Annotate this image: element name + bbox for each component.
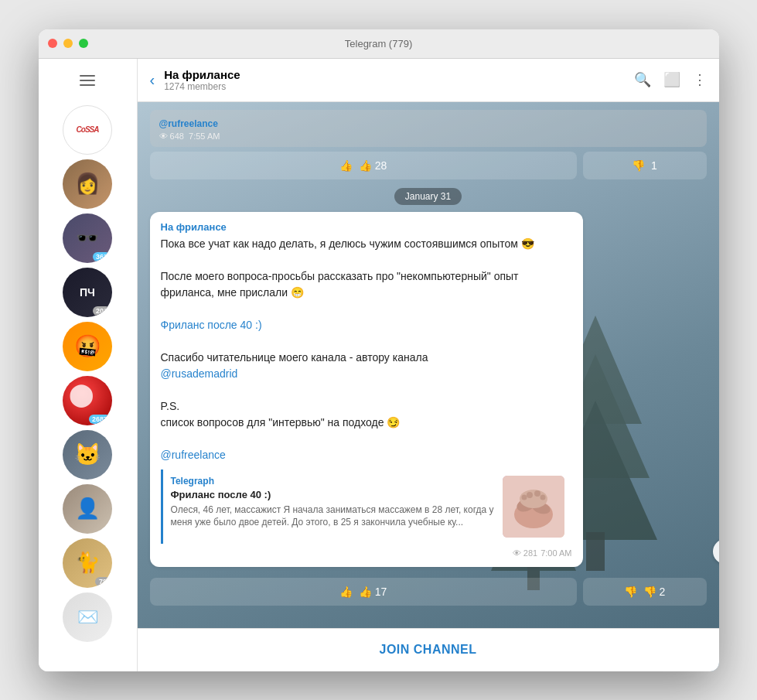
sidebar-item-cats2[interactable]: 🐈 78 — [63, 538, 112, 588]
maximize-button[interactable] — [79, 39, 88, 48]
chat-title: На фрилансе — [164, 68, 633, 81]
dislike-count-top: 1 — [651, 159, 657, 172]
message-container: На фрилансе Пока все учат как надо делат… — [150, 212, 707, 573]
hamburger-menu[interactable] — [73, 67, 101, 94]
message-bubble: На фрилансе Пока все учат как надо делат… — [150, 212, 583, 567]
like-button-bottom[interactable]: 👍 👍 17 — [150, 578, 577, 606]
main-layout: CoSSA 👩 🕶️ 363 ПЧ 201 🤬 ⬤ — [39, 59, 719, 671]
titlebar: Telegram (779) — [39, 29, 719, 59]
reaction-bar-top: 👍 👍 28 👎 1 — [150, 152, 707, 179]
massage-image — [503, 476, 564, 538]
join-channel-bar: JOIN CHANNEL — [138, 628, 719, 671]
sidebar-item-lady[interactable]: 👩 — [63, 159, 112, 209]
prev-message-meta: 👁 648 7:55 AM — [159, 131, 697, 141]
chat-header: ‹ На фрилансе 1274 members 🔍 ⬜ ⋮ — [138, 59, 719, 102]
like-emoji-bottom: 👍 — [339, 586, 353, 598]
minimize-button[interactable] — [63, 39, 73, 48]
svg-point-13 — [527, 492, 533, 498]
message-sender[interactable]: На фрилансе — [161, 221, 572, 233]
dislike-button-top[interactable]: 👎 1 — [583, 152, 707, 179]
svg-point-16 — [521, 494, 527, 500]
more-icon[interactable]: ⋮ — [693, 71, 707, 88]
telegraph-content: Telegraph Фриланс после 40 :) Олеся, 46 … — [171, 476, 495, 530]
close-button[interactable] — [48, 39, 57, 48]
telegraph-embed: Telegraph Фриланс после 40 :) Олеся, 46 … — [161, 470, 572, 544]
messages-area[interactable]: @rufreelance 👁 648 7:55 AM 👍 👍 28 👎 — [138, 102, 719, 628]
like-count-top: 👍 28 — [359, 159, 387, 172]
telegraph-image — [503, 476, 564, 538]
sidebar: CoSSA 👩 🕶️ 363 ПЧ 201 🤬 ⬤ — [39, 59, 138, 671]
sidebar-item-mail[interactable]: ✉️ — [63, 592, 112, 642]
dislike-emoji-bottom: 👎 — [624, 586, 637, 598]
freelance-40-link[interactable]: Фриланс после 40 :) — [161, 319, 262, 331]
sidebar-item-cat[interactable]: 🐱 — [63, 430, 112, 480]
chat-area: ‹ На фрилансе 1274 members 🔍 ⬜ ⋮ @rufree… — [138, 59, 719, 671]
badge-glasses: 363 — [93, 252, 111, 261]
header-icons: 🔍 ⬜ ⋮ — [634, 71, 707, 88]
back-button[interactable]: ‹ — [150, 71, 155, 89]
telegraph-title[interactable]: Фриланс после 40 :) — [171, 489, 495, 500]
message-time: 7:00 AM — [540, 548, 571, 558]
sidebar-item-dark[interactable]: ПЧ 201 — [63, 268, 112, 317]
rusademadrid-link[interactable]: @rusademadrid — [161, 367, 238, 380]
sidebar-item-red[interactable]: ⬤ 2687 — [63, 376, 112, 425]
prev-message-sender: @rufreelance — [159, 118, 218, 129]
badge-dark: 201 — [93, 306, 111, 316]
date-separator: January 31 — [150, 189, 707, 203]
hamburger-icon — [80, 75, 95, 86]
dislike-emoji-top: 👎 — [632, 159, 645, 172]
app-window: Telegram (779) CoSSA 👩 🕶️ — [39, 29, 719, 671]
message-text: Пока все учат как надо делать, я делюсь … — [161, 236, 572, 463]
like-emoji-top: 👍 — [339, 159, 353, 172]
dislike-button-bottom[interactable]: 👎 👎 2 — [583, 578, 707, 606]
badge-red: 2687 — [89, 415, 111, 424]
columns-icon[interactable]: ⬜ — [663, 71, 680, 88]
telegraph-preview: Олеся, 46 лет, массажист Я начала занима… — [171, 504, 495, 530]
badge-cats2: 78 — [95, 577, 111, 586]
svg-point-14 — [534, 490, 540, 497]
sidebar-item-orange[interactable]: 🤬 — [63, 322, 112, 371]
reaction-bar-bottom: 👍 👍 17 👎 👎 2 — [150, 578, 707, 606]
window-controls — [48, 39, 88, 48]
sidebar-item-man[interactable]: 👤 — [63, 484, 112, 534]
search-icon[interactable]: 🔍 — [634, 71, 651, 88]
rufreelance-link[interactable]: @rufreelance — [161, 449, 226, 461]
share-button[interactable]: ↗ — [713, 539, 719, 564]
telegraph-source: Telegraph — [171, 476, 495, 487]
message-meta: 👁 281 7:00 AM — [161, 548, 572, 558]
like-count-bottom: 👍 17 — [359, 586, 387, 598]
chat-subtitle: 1274 members — [164, 81, 633, 92]
window-title: Telegram (779) — [345, 38, 412, 50]
sidebar-item-glasses[interactable]: 🕶️ 363 — [63, 213, 112, 263]
dislike-count-bottom: 👎 2 — [643, 586, 666, 598]
message-views: 👁 281 — [513, 548, 537, 558]
chat-info: На фрилансе 1274 members — [164, 68, 633, 92]
svg-point-15 — [540, 494, 545, 500]
like-button-top[interactable]: 👍 👍 28 — [150, 152, 577, 179]
join-channel-button[interactable]: JOIN CHANNEL — [379, 643, 476, 657]
sidebar-item-cossa[interactable]: CoSSA — [63, 105, 112, 155]
